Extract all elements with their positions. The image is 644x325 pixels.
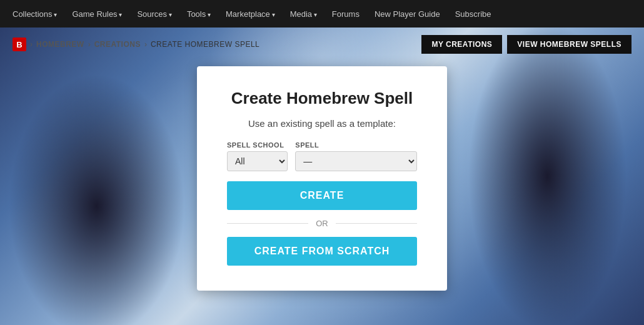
- site-logo[interactable]: B: [13, 38, 26, 51]
- breadcrumb-actions: MY CREATIONS VIEW HOMEBREW SPELLS: [421, 35, 631, 54]
- breadcrumb-current: CREATE HOMEBREW SPELL: [151, 40, 259, 49]
- navbar: Collections Game Rules Sources Tools Mar…: [0, 0, 644, 28]
- create-spell-modal: Create Homebrew Spell Use an existing sp…: [197, 66, 447, 291]
- my-creations-button[interactable]: MY CREATIONS: [421, 35, 502, 54]
- nav-sources[interactable]: Sources: [137, 9, 171, 19]
- nav-tools[interactable]: Tools: [187, 9, 211, 19]
- breadcrumb-sep-1: ›: [30, 40, 33, 49]
- breadcrumb: B › HOMEBREW › CREATIONS › CREATE HOMEBR…: [13, 38, 259, 51]
- nav-collections[interactable]: Collections: [13, 9, 57, 19]
- spell-select[interactable]: —: [295, 151, 417, 171]
- spell-school-label: SPELL SCHOOL: [227, 141, 288, 149]
- modal-subtitle: Use an existing spell as a template:: [227, 118, 417, 129]
- divider-line-right: [336, 223, 417, 224]
- divider-line-left: [227, 223, 308, 224]
- spell-school-group: SPELL SCHOOL All Abjuration Conjuration …: [227, 141, 288, 171]
- spell-group: SPELL —: [295, 141, 417, 171]
- nav-media[interactable]: Media: [290, 9, 317, 19]
- nav-marketplace[interactable]: Marketplace: [226, 9, 275, 19]
- breadcrumb-sep-3: ›: [144, 40, 147, 49]
- nav-forums[interactable]: Forums: [332, 9, 360, 19]
- nav-new-player-guide[interactable]: New Player Guide: [375, 9, 440, 19]
- create-button[interactable]: CREATE: [227, 181, 417, 210]
- breadcrumb-bar: B › HOMEBREW › CREATIONS › CREATE HOMEBR…: [0, 28, 644, 61]
- breadcrumb-homebrew[interactable]: HOMEBREW: [36, 40, 84, 49]
- spell-school-select[interactable]: All Abjuration Conjuration Divination En…: [227, 151, 288, 171]
- form-row: SPELL SCHOOL All Abjuration Conjuration …: [227, 141, 417, 171]
- nav-subscribe[interactable]: Subscribe: [455, 9, 491, 19]
- nav-game-rules[interactable]: Game Rules: [72, 9, 122, 19]
- or-text: OR: [316, 219, 328, 228]
- view-homebrew-spells-button[interactable]: VIEW HOMEBREW SPELLS: [507, 35, 631, 54]
- breadcrumb-creations[interactable]: CREATIONS: [94, 40, 141, 49]
- breadcrumb-sep-2: ›: [88, 40, 91, 49]
- or-divider: OR: [227, 219, 417, 228]
- hero-background: B › HOMEBREW › CREATIONS › CREATE HOMEBR…: [0, 28, 644, 325]
- modal-title: Create Homebrew Spell: [227, 89, 417, 108]
- create-from-scratch-button[interactable]: CREATE FROM SCRATCH: [227, 237, 417, 266]
- spell-label: SPELL: [295, 141, 417, 149]
